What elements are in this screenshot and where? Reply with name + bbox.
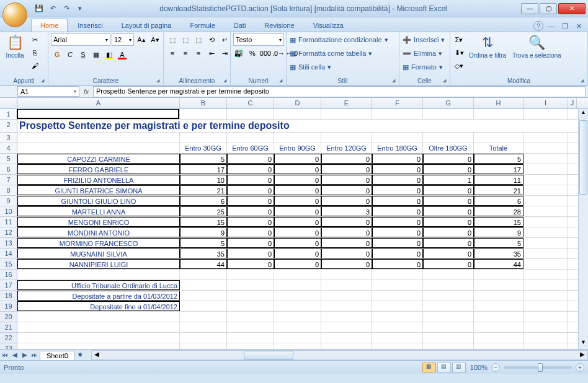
column-header-G[interactable]: G — [423, 98, 474, 108]
cell[interactable] — [17, 109, 180, 119]
cell[interactable]: MARTELLI ANNA — [17, 206, 180, 216]
cell[interactable]: CAPOZZI CARMINE — [17, 154, 180, 164]
cell[interactable]: 0 — [372, 164, 423, 174]
cell[interactable] — [523, 206, 568, 216]
row-header[interactable]: 12 — [0, 227, 17, 238]
cell[interactable]: 15 — [180, 217, 227, 227]
cell[interactable] — [17, 143, 180, 153]
cell[interactable]: 5 — [474, 238, 523, 248]
cell[interactable]: 0 — [274, 206, 321, 216]
cell[interactable] — [523, 291, 568, 301]
cell[interactable]: 0 — [423, 196, 474, 206]
cell[interactable]: 0 — [423, 185, 474, 195]
help-icon[interactable]: ? — [533, 21, 543, 31]
cell[interactable] — [17, 333, 180, 343]
cell[interactable]: 0 — [372, 217, 423, 227]
cell[interactable] — [274, 109, 321, 119]
next-sheet-icon[interactable]: ▶ — [20, 351, 30, 358]
cell[interactable]: 17 — [474, 164, 523, 174]
paste-button[interactable]: 📋 Incolla — [2, 33, 27, 60]
cell[interactable]: 0 — [321, 164, 372, 174]
cell[interactable] — [17, 270, 180, 280]
currency-icon[interactable]: 💱 — [233, 47, 246, 59]
cell[interactable]: 0 — [321, 227, 372, 237]
cell[interactable] — [423, 280, 474, 290]
cell[interactable] — [180, 301, 227, 311]
cell[interactable] — [523, 227, 568, 237]
cell[interactable]: 5 — [180, 154, 227, 164]
row-header[interactable]: 16 — [0, 270, 17, 280]
tab-formulas[interactable]: Formule — [181, 19, 223, 32]
cell[interactable] — [227, 270, 274, 280]
column-header-J[interactable]: J — [568, 98, 577, 108]
cell[interactable] — [474, 322, 523, 332]
cell[interactable] — [423, 109, 474, 119]
cell[interactable] — [227, 291, 274, 301]
cell[interactable]: Entro 60GG — [227, 143, 274, 153]
cell[interactable] — [180, 343, 227, 349]
delete-cells-button[interactable]: ➖ Elimina ▾ — [402, 47, 443, 59]
cell[interactable]: 6 — [474, 196, 523, 206]
mdi-restore-icon[interactable]: ❐ — [559, 20, 571, 32]
cell[interactable] — [274, 270, 321, 280]
cell[interactable]: 17 — [180, 164, 227, 174]
cell[interactable] — [180, 280, 227, 290]
cell[interactable] — [274, 333, 321, 343]
cell[interactable] — [274, 343, 321, 349]
cell[interactable]: 0 — [372, 249, 423, 258]
cell[interactable]: 0 — [274, 196, 321, 206]
normal-view-icon[interactable]: ▦ — [422, 363, 436, 372]
cell[interactable]: 3 — [321, 206, 372, 216]
cell[interactable]: 35 — [474, 249, 523, 258]
cell[interactable] — [274, 312, 321, 322]
cell[interactable]: 0 — [372, 227, 423, 237]
column-header-A[interactable]: A — [17, 98, 180, 108]
formula-input[interactable]: Prospetto Sentenze per magistrati e per … — [93, 86, 586, 97]
cell-styles-button[interactable]: ▦ Stili cella ▾ — [289, 61, 332, 73]
cell[interactable] — [321, 291, 372, 301]
format-as-table-button[interactable]: ▦ Formatta come tabella ▾ — [289, 47, 373, 59]
cell[interactable] — [523, 133, 568, 143]
cell[interactable]: FERRO GABRIELE — [17, 164, 180, 174]
fill-color-icon[interactable]: ◧ — [103, 48, 115, 61]
cell[interactable] — [523, 312, 568, 322]
redo-icon[interactable]: ↷ — [61, 3, 72, 14]
cell[interactable] — [474, 301, 523, 311]
row-header[interactable]: 2 — [0, 120, 17, 133]
worksheet-grid[interactable]: ABCDEFGHIJ 12345678910111213141516171819… — [0, 98, 588, 349]
cell[interactable] — [523, 175, 568, 185]
cell[interactable]: 0 — [227, 175, 274, 185]
cell[interactable] — [227, 312, 274, 322]
cell[interactable]: 0 — [423, 217, 474, 227]
cell[interactable]: GIUNTOLI GIULIO LINO — [17, 196, 180, 206]
cell[interactable]: FRIZILIO ANTONELLA — [17, 175, 180, 185]
cell[interactable] — [474, 109, 523, 119]
cell[interactable]: 0 — [423, 206, 474, 216]
cell[interactable]: 0 — [227, 249, 274, 258]
row-header[interactable]: 3 — [0, 133, 17, 143]
row-header[interactable]: 22 — [0, 333, 17, 343]
cell[interactable] — [523, 143, 568, 153]
font-name-combo[interactable]: Arial▾ — [51, 33, 110, 46]
cell[interactable]: Entro 90GG — [274, 143, 321, 153]
cell[interactable] — [17, 322, 180, 332]
cell[interactable] — [180, 133, 227, 143]
cell[interactable] — [321, 133, 372, 143]
cell[interactable]: Depositate fino a 01/04/2012 — [17, 301, 180, 311]
cell[interactable]: Entro 30GG — [180, 143, 227, 153]
cell[interactable]: 0 — [423, 227, 474, 237]
cell[interactable]: Entro 120GG — [321, 143, 372, 153]
cell[interactable] — [321, 322, 372, 332]
cell[interactable] — [474, 280, 523, 290]
cell[interactable] — [227, 280, 274, 290]
cell[interactable] — [423, 343, 474, 349]
cell[interactable] — [523, 185, 568, 195]
cell[interactable]: 0 — [372, 196, 423, 206]
cell[interactable]: 25 — [180, 206, 227, 216]
sheet-tab[interactable]: Sheet0 — [40, 351, 75, 360]
cell[interactable]: 0 — [274, 154, 321, 164]
row-header[interactable]: 5 — [0, 154, 17, 164]
tab-view[interactable]: Visualizza — [305, 19, 352, 32]
cell[interactable]: 0 — [274, 185, 321, 195]
qat-dropdown-icon[interactable]: ▾ — [74, 3, 86, 14]
